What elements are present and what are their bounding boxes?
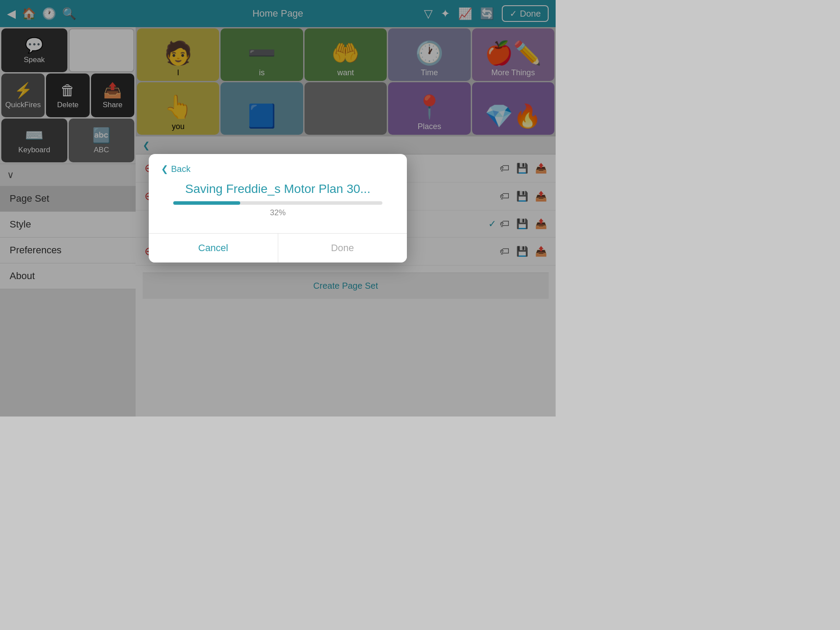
- modal-back-button[interactable]: ❮ Back: [161, 164, 395, 174]
- save-modal: ❮ Back Saving Freddie_s Motor Plan 30...…: [149, 154, 407, 262]
- back-label: Back: [171, 164, 190, 174]
- modal-done-button[interactable]: Done: [278, 234, 407, 262]
- progress-container: 32%: [161, 201, 395, 229]
- back-chevron-icon: ❮: [161, 164, 168, 174]
- progress-percent: 32%: [173, 208, 382, 217]
- modal-footer: Cancel Done: [149, 233, 407, 262]
- progress-bar-background: [173, 201, 382, 205]
- progress-bar-fill: [173, 201, 240, 205]
- cancel-button[interactable]: Cancel: [149, 234, 278, 262]
- modal-header: ❮ Back Saving Freddie_s Motor Plan 30...…: [149, 154, 407, 233]
- modal-overlay: ❮ Back Saving Freddie_s Motor Plan 30...…: [0, 0, 556, 416]
- modal-title: Saving Freddie_s Motor Plan 30...: [161, 182, 395, 196]
